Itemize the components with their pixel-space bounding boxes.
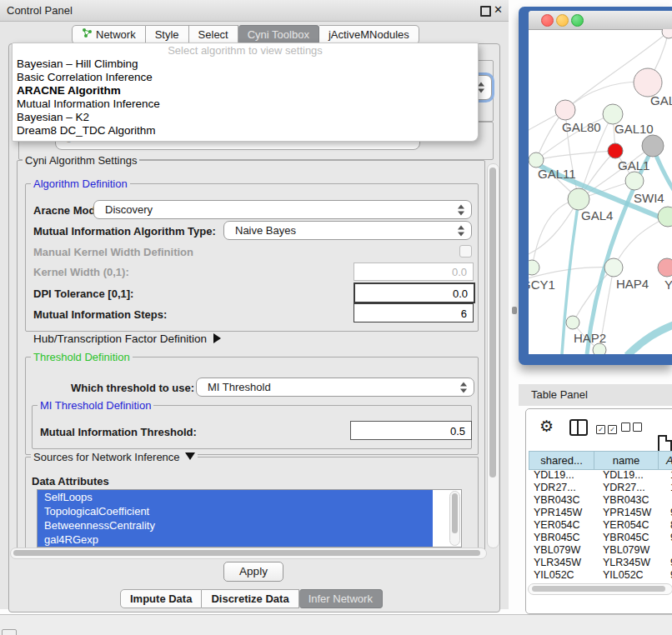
cell[interactable]: 9. [667,557,672,569]
dpi-tolerance-input[interactable]: 0.0 [354,282,475,303]
cell[interactable]: YDR27... [599,482,667,494]
dropdown-item[interactable]: Bayesian – Hill Climbing [13,58,478,71]
panel-divider-handle[interactable] [512,307,517,314]
cell[interactable] [667,544,672,557]
column-header-shared-name[interactable]: shared... [529,451,594,470]
control-panel-titlebar[interactable]: Control Panel ✕ [0,0,509,22]
cell[interactable]: YDL19... [529,469,599,482]
cell[interactable]: YLR345W [529,557,599,569]
select-all-columns-icon[interactable]: ✓✓ [596,422,619,434]
tab-impute-data[interactable]: Impute Data [120,589,202,608]
network-window-titlebar[interactable] [529,11,672,30]
network-canvas[interactable]: GAL GAL80 GAL10 GAL11 GAL1 SWI4 GAL4 GCY… [529,29,672,354]
table-hscroll-thumb[interactable] [532,586,665,592]
attribute-item[interactable]: SelfLoops [38,490,433,504]
sources-group-title[interactable]: Sources for Network Inference [31,451,198,463]
mac-zoom-icon[interactable] [571,14,584,27]
new-table-icon[interactable] [658,435,672,452]
settings-horizontal-scrollbar[interactable] [10,548,487,559]
cell[interactable]: 13 [667,469,672,482]
deselect-all-columns-icon[interactable] [621,422,644,434]
dropdown-item[interactable]: Bayesian – K2 [13,111,478,124]
cell[interactable]: 9 [667,569,672,582]
column-header-third[interactable]: A [658,451,672,470]
close-icon[interactable]: ✕ [494,3,503,16]
tab-network[interactable]: Network [72,25,146,44]
list-scrollbar[interactable] [449,491,460,546]
tab-select[interactable]: Select [189,25,238,44]
tab-infer-network[interactable]: Infer Network [299,589,383,608]
tab-label: Select [198,26,228,43]
cell[interactable]: YBR045C [599,532,667,544]
mi-threshold-input[interactable]: 0.5 [350,421,472,440]
table-row[interactable]: YLR345WYLR345W9. [529,557,672,569]
table-horizontal-scrollbar[interactable] [528,583,672,595]
cell[interactable]: YDR27... [529,482,599,494]
cell[interactable]: YPR145W [599,507,667,519]
tab-style[interactable]: Style [146,25,189,44]
table-row[interactable]: YIL052CYIL052C9 [529,569,672,582]
cell[interactable]: 8. [667,519,672,532]
hub-definition-expander[interactable]: Hub/Transcription Factor Definition [33,332,221,345]
cell[interactable]: YER054C [529,519,599,532]
apply-button[interactable]: Apply [223,562,283,582]
dropdown-item[interactable]: Dream8 DC_TDC Algorithm [13,124,478,138]
minimized-panel-icon[interactable] [2,629,17,635]
list-scrollbar-thumb[interactable] [452,493,458,533]
node-label: Y [664,278,672,292]
cell[interactable]: YBL079W [599,544,667,557]
tab-label: Discretize Data [211,590,288,608]
settings-vscroll-thumb[interactable] [489,168,496,478]
cell[interactable]: 9. [667,532,672,544]
dropdown-item[interactable]: Basic Correlation Inference [13,71,478,84]
cell[interactable]: YDL19... [599,469,667,482]
cell[interactable]: 9. [667,507,672,519]
mac-close-icon[interactable] [541,14,554,27]
cell[interactable]: YIL052C [599,569,667,582]
mac-minimize-icon[interactable] [556,14,569,27]
table-row[interactable]: YPR145WYPR145W9. [529,507,672,519]
attribute-item[interactable]: BetweennessCentrality [38,518,433,532]
float-window-icon[interactable] [480,6,491,17]
cell[interactable]: 12 [667,482,672,494]
cell[interactable]: YLR345W [599,557,667,569]
data-attributes-list: SelfLoops TopologicalCoefficient Between… [37,489,462,548]
attribute-item[interactable]: TopologicalCoefficient [38,504,433,518]
cell[interactable]: YER054C [599,519,667,532]
settings-hscroll-thumb[interactable] [13,550,480,556]
tab-cyni-toolbox[interactable]: Cyni Toolbox [238,25,319,44]
table-panel-titlebar[interactable]: Table Panel [519,384,672,406]
cell[interactable]: YBR045C [529,532,599,544]
cell[interactable]: YBL079W [529,544,599,557]
settings-vertical-scrollbar[interactable] [487,163,499,548]
tab-jactivemnodules[interactable]: jActiveMNodules [319,25,419,44]
manual-kernel-checkbox[interactable] [459,245,472,258]
tab-discretize-data[interactable]: Discretize Data [202,589,298,608]
table-row[interactable]: YDL19...YDL19...13 [529,469,672,482]
aracne-mode-combobox[interactable]: Discovery [93,200,472,219]
kernel-width-input[interactable]: 0.0 [354,262,474,281]
gear-icon[interactable]: ⚙ [539,417,554,436]
cell[interactable]: YBR043C [529,494,599,507]
mi-steps-input[interactable]: 6 [354,303,474,322]
cell[interactable]: YPR145W [529,507,599,519]
tab-label: Infer Network [308,590,373,608]
cell[interactable]: YIL052C [529,569,599,582]
combo-arrows-icon [478,82,484,93]
checked-box-icon: ✓ [608,425,617,434]
dropdown-item[interactable]: Mutual Information Inference [13,98,478,111]
table-row[interactable]: YBR045CYBR045C9. [529,532,672,544]
table-row[interactable]: YBL079WYBL079W [529,544,672,557]
mi-type-combobox[interactable]: Naive Bayes [223,221,472,240]
column-header-name[interactable]: name [594,451,659,470]
dropdown-item-selected[interactable]: ARACNE Algorithm [13,84,478,98]
table-row[interactable]: YER054CYER054C8. [529,519,672,532]
attribute-item[interactable]: gal4RGexp [38,532,433,547]
cell[interactable]: YBR043C [599,494,667,507]
cell[interactable] [667,494,672,507]
which-threshold-combobox[interactable]: MI Threshold [196,378,474,397]
network-view-window[interactable]: GAL GAL80 GAL10 GAL11 GAL1 SWI4 GAL4 GCY… [519,7,672,365]
table-row[interactable]: YDR27...YDR27...12 [529,482,672,494]
split-columns-icon[interactable] [569,419,588,436]
table-row[interactable]: YBR043CYBR043C [529,494,672,507]
